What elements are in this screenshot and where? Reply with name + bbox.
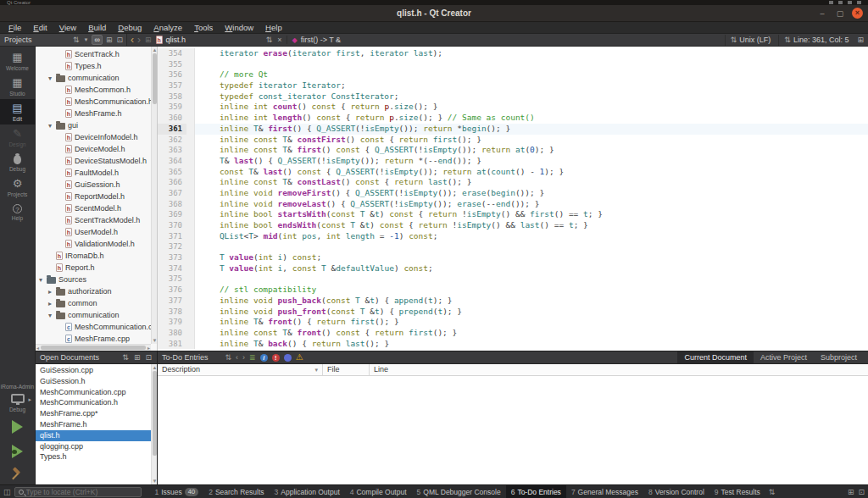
tree-item[interactable]: hMeshCommunication.h xyxy=(36,96,151,108)
next-entry-icon[interactable]: › xyxy=(242,353,245,362)
open-document-item[interactable]: MeshCommunication.cpp xyxy=(36,387,151,398)
close-pane-icon[interactable]: ⊡ xyxy=(115,35,124,46)
editor-line[interactable]: 364 T& last() { Q_ASSERT(!isEmpty()); re… xyxy=(158,156,868,167)
mode-design[interactable]: ✎Design xyxy=(0,125,36,150)
symbol-selector[interactable]: ◆ first() -> T & xyxy=(287,36,342,44)
editor-line[interactable]: 365 const T& last() const { Q_ASSERT(!is… xyxy=(158,167,868,178)
tree-item[interactable]: hIRomaDb.h xyxy=(36,250,151,262)
tree-item[interactable]: hUserModel.h xyxy=(36,226,151,238)
tree-item[interactable]: hMeshCommon.h xyxy=(36,84,151,96)
mode-edit[interactable]: ▤Edit xyxy=(0,99,36,125)
tree-item[interactable]: hDeviceInfoModel.h xyxy=(36,131,151,143)
scrollbar-thumb[interactable] xyxy=(41,346,146,350)
chevron-down-icon[interactable]: ▾ xyxy=(47,75,53,82)
close-document-icon[interactable]: × xyxy=(276,35,282,46)
output-pane-application-output[interactable]: 3Application Output xyxy=(270,485,345,498)
scroll-down-icon[interactable]: ▼ xyxy=(152,478,157,484)
document-tab[interactable]: h qlist.h ⇅ × xyxy=(156,35,283,46)
todo-tab-current-document[interactable]: Current Document xyxy=(677,351,754,363)
maximize-icon[interactable]: ▢ xyxy=(834,8,846,19)
menu-view[interactable]: View xyxy=(54,23,81,32)
kit-expand-icon[interactable]: ▸ xyxy=(29,396,32,403)
editor-line[interactable]: 361 inline T& first() { Q_ASSERT(!isEmpt… xyxy=(158,124,868,135)
debug-run-button[interactable] xyxy=(12,445,23,458)
editor-line[interactable]: 369 inline bool startsWith(const T &t) c… xyxy=(158,209,868,220)
output-pane-compile-output[interactable]: 4Compile Output xyxy=(345,485,412,498)
open-document-item[interactable]: MeshCommunication.h xyxy=(36,397,151,408)
encoding-selector[interactable]: ⇅ Unix (LF) xyxy=(725,35,776,46)
editor-line[interactable]: 360 inline int length() const { return p… xyxy=(158,113,868,124)
editor-line[interactable]: 378 inline void push_front(const T &t) {… xyxy=(158,307,868,318)
editor-line[interactable]: 372 xyxy=(158,241,868,252)
locator-input[interactable] xyxy=(26,488,137,496)
tree-item[interactable]: ▸authorization xyxy=(36,285,151,297)
filter-list-icon[interactable]: ≣ xyxy=(249,353,256,362)
prev-entry-icon[interactable]: ‹ xyxy=(236,353,238,362)
chevron-right-icon[interactable]: ▸ xyxy=(47,300,53,307)
tree-item[interactable]: hDeviceStatusModel.h xyxy=(36,155,151,167)
open-document-item[interactable]: GuiSession.cpp xyxy=(36,365,151,376)
editor-line[interactable]: 368 inline void removeLast() { Q_ASSERT(… xyxy=(158,199,868,210)
open-document-item[interactable]: MeshFrame.cpp* xyxy=(36,408,151,419)
updown-arrows-icon[interactable]: ⇅ xyxy=(72,35,81,46)
todo-tab-active-project[interactable]: Active Project xyxy=(754,351,814,363)
tree-item[interactable]: ▾Sources xyxy=(36,274,151,285)
tree-item[interactable]: hDeviceModel.h xyxy=(36,143,151,155)
filter-icon[interactable]: ▼ xyxy=(83,35,90,46)
editor-line[interactable]: 379 inline T& front() { return first(); … xyxy=(158,317,868,328)
column-file[interactable]: File xyxy=(323,364,370,375)
projects-pane-title[interactable]: Projects xyxy=(3,36,32,44)
close-icon[interactable]: × xyxy=(852,8,863,19)
menu-edit[interactable]: Edit xyxy=(28,23,52,32)
output-pane-version-control[interactable]: 8Version Control xyxy=(643,485,709,498)
tree-item[interactable]: hScentTrackModel.h xyxy=(36,214,151,226)
tree-item[interactable]: hReportModel.h xyxy=(36,191,151,202)
tree-item[interactable]: ▾gui xyxy=(36,119,151,131)
chevron-down-icon[interactable]: ▾ xyxy=(47,312,53,319)
tree-item[interactable]: hTypes.h xyxy=(36,60,151,72)
menu-file[interactable]: File xyxy=(3,23,26,32)
tree-item[interactable]: ▾communication xyxy=(36,72,151,84)
build-button[interactable] xyxy=(11,468,25,481)
todo-table-body[interactable] xyxy=(158,376,868,484)
split-icon[interactable]: ⊞ xyxy=(856,35,865,46)
sync-with-editor-icon[interactable]: ∞ xyxy=(92,35,102,45)
mode-welcome[interactable]: ▦Welcome xyxy=(0,48,36,74)
tree-item[interactable]: hScentTrack.h xyxy=(36,48,151,60)
open-document-item[interactable]: qlogging.cpp xyxy=(36,441,151,452)
tree-item[interactable]: cMeshCommunication.cpp xyxy=(36,321,151,333)
scroll-left-icon[interactable]: ◂ xyxy=(36,345,39,351)
open-document-item[interactable]: qlist.h xyxy=(36,430,151,441)
menu-help[interactable]: Help xyxy=(260,23,287,32)
split-editor-icon[interactable]: ⊞ xyxy=(144,35,153,46)
tree-item[interactable]: cMeshFrame.cpp xyxy=(36,333,151,345)
go-forward-icon[interactable]: › xyxy=(137,35,141,45)
editor-line[interactable]: 366 inline const T& constLast() const { … xyxy=(158,177,868,188)
editor-line[interactable]: 371 QList<T> mid(int pos, int length = -… xyxy=(158,231,868,242)
editor-line[interactable]: 367 inline void removeFirst() { Q_ASSERT… xyxy=(158,188,868,199)
menu-tools[interactable]: Tools xyxy=(189,23,218,32)
scroll-up-icon[interactable]: ▲ xyxy=(152,47,158,53)
close-pane-icon[interactable]: ⊡ xyxy=(144,352,153,363)
tree-item[interactable]: hGuiSession.h xyxy=(36,179,151,191)
scroll-up-icon[interactable]: ▲ xyxy=(152,364,157,371)
warning-filter-icon[interactable]: ⚠ xyxy=(296,353,303,362)
column-line[interactable]: Line xyxy=(370,364,868,375)
output-pane-test-results[interactable]: 9Test Results xyxy=(709,485,765,498)
editor-line[interactable]: 375 xyxy=(158,274,868,285)
split-pane-icon[interactable]: ⊞ xyxy=(105,35,114,46)
tree-item[interactable]: ▸common xyxy=(36,297,151,309)
sort-icon[interactable]: ⇅ xyxy=(225,353,232,362)
tree-item[interactable]: hScentModel.h xyxy=(36,202,151,214)
mode-projects[interactable]: ⚙Projects xyxy=(0,174,36,200)
column-description[interactable]: Description ▾ xyxy=(158,364,323,375)
close-panel-icon[interactable]: ⊡ xyxy=(858,488,865,496)
editor-line[interactable]: 356 // more Qt xyxy=(158,69,868,80)
editor-line[interactable]: 359 inline int count() const { return p.… xyxy=(158,102,868,113)
editor-line[interactable]: 377 inline void push_back(const T &t) { … xyxy=(158,296,868,307)
document-dropdown-icon[interactable]: ⇅ xyxy=(265,35,274,46)
code-editor[interactable]: 354 iterator erase(iterator first, itera… xyxy=(158,47,868,351)
go-back-icon[interactable]: ‹ xyxy=(131,35,134,45)
scrollbar-thumb[interactable] xyxy=(153,371,157,456)
editor-line[interactable]: 381 inline T& back() { return last(); } xyxy=(158,339,868,350)
